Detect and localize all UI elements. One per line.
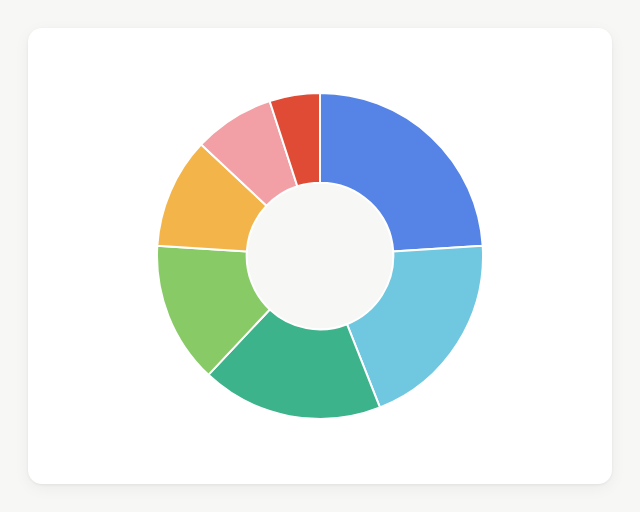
donut-chart (155, 91, 485, 421)
donut-hole (248, 184, 393, 329)
chart-card (28, 28, 612, 484)
donut-svg (155, 91, 485, 421)
